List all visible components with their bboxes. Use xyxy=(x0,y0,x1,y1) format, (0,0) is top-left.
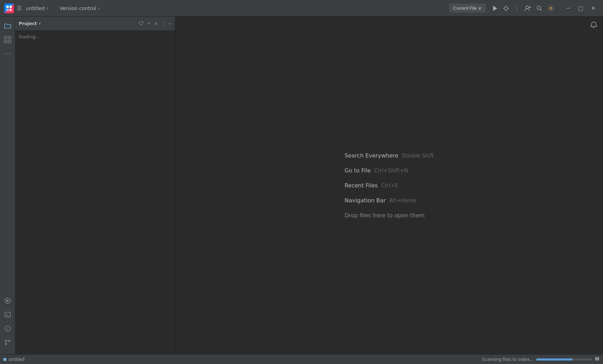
project-panel-title: Project ∨ xyxy=(19,21,41,26)
project-name[interactable]: untitled xyxy=(26,6,45,11)
editor-hint-list: Search Everywhere Double Shift Go to Fil… xyxy=(345,152,434,219)
svg-rect-16 xyxy=(5,37,7,39)
go-to-file-label[interactable]: Go to File xyxy=(345,167,371,174)
svg-rect-0 xyxy=(6,6,9,8)
version-control-section: Version control ∨ xyxy=(60,6,100,11)
hint-go-to-file: Go to File Ctrl+Shift+N xyxy=(345,167,434,174)
hamburger-icon[interactable]: ☰ xyxy=(17,5,22,11)
statusbar-indexing: Scanning files to index... xyxy=(482,356,600,362)
svg-point-29 xyxy=(5,343,7,345)
svg-marker-4 xyxy=(493,6,497,11)
indexing-progress-bar xyxy=(536,358,592,361)
sidebar-item-git[interactable] xyxy=(1,336,14,349)
search-icon[interactable] xyxy=(536,5,542,11)
project-panel: Project ∨ ✕ ⋮ ─ xyxy=(15,17,175,354)
close-button[interactable]: ✕ xyxy=(588,3,599,13)
hint-navigation-bar: Navigation Bar Alt+Home xyxy=(345,197,434,204)
svg-rect-3 xyxy=(9,9,12,11)
svg-line-14 xyxy=(540,9,542,11)
current-file-arrow: ∨ xyxy=(478,6,482,11)
statusbar-project: untitled xyxy=(3,357,24,362)
navigation-bar-shortcut: Alt+Home xyxy=(389,197,416,204)
sidebar-item-structure[interactable] xyxy=(1,33,14,46)
search-everywhere-shortcut: Double Shift xyxy=(402,153,434,159)
project-panel-content: loading... xyxy=(15,31,175,354)
project-dropdown-icon[interactable]: ∨ xyxy=(38,21,41,26)
project-dropdown-arrow[interactable]: ∨ xyxy=(46,6,48,10)
sidebar-item-problems[interactable] xyxy=(1,322,14,335)
indexing-progress-fill xyxy=(536,358,572,361)
recent-files-shortcut: Ctrl+E xyxy=(381,183,398,189)
svg-rect-19 xyxy=(8,40,11,43)
hint-search-everywhere: Search Everywhere Double Shift xyxy=(345,152,434,159)
project-title-section: untitled ∨ xyxy=(26,6,48,11)
indexing-text: Scanning files to index... xyxy=(482,357,533,362)
more-options-icon[interactable]: ⋮ xyxy=(514,5,520,11)
titlebar: ☰ untitled ∨ Version control ∨ Current F… xyxy=(0,0,603,17)
svg-rect-1 xyxy=(9,6,12,8)
project-header-icons: ✕ ⋮ ─ xyxy=(139,21,171,26)
svg-point-5 xyxy=(504,7,508,10)
navigation-bar-label[interactable]: Navigation Bar xyxy=(345,197,386,204)
maximize-button[interactable]: □ xyxy=(575,3,586,13)
project-panel-header: Project ∨ ✕ ⋮ ─ xyxy=(15,17,175,31)
settings-icon[interactable] xyxy=(547,5,554,12)
search-everywhere-label[interactable]: Search Everywhere xyxy=(345,152,399,159)
main-area: ··· xyxy=(0,17,603,354)
svg-marker-21 xyxy=(7,299,9,302)
editor-area: Search Everywhere Double Shift Go to Fil… xyxy=(175,17,603,354)
sidebar-item-services[interactable] xyxy=(1,294,14,307)
svg-rect-22 xyxy=(5,312,10,317)
sidebar: ··· xyxy=(0,17,15,354)
titlebar-action-icons: ⋮ xyxy=(492,5,554,12)
project-refresh-icon[interactable] xyxy=(139,21,144,26)
go-to-file-shortcut: Ctrl+Shift+N xyxy=(374,168,408,174)
project-close-icon[interactable]: ✕ xyxy=(154,21,158,26)
sidebar-item-terminal[interactable] xyxy=(1,308,14,321)
current-file-button[interactable]: Current File ∨ xyxy=(449,4,485,13)
statusbar-project-dot xyxy=(3,358,6,361)
version-control-label[interactable]: Version control xyxy=(60,6,96,11)
svg-point-15 xyxy=(550,7,552,9)
hint-recent-files: Recent Files Ctrl+E xyxy=(345,182,434,189)
hint-drop-files: Drop files here to open them xyxy=(345,212,434,219)
current-file-label: Current File xyxy=(453,6,477,11)
sidebar-more-button[interactable]: ··· xyxy=(1,47,14,60)
svg-point-10 xyxy=(526,6,529,9)
version-control-arrow[interactable]: ∨ xyxy=(97,6,100,10)
debug-icon[interactable] xyxy=(503,5,509,11)
svg-rect-18 xyxy=(5,40,7,43)
add-user-icon[interactable] xyxy=(524,5,531,11)
project-label: Project xyxy=(19,21,37,26)
svg-rect-2 xyxy=(6,9,9,11)
project-loading-text: loading... xyxy=(19,34,40,39)
svg-rect-31 xyxy=(595,357,597,361)
app-logo xyxy=(4,3,14,13)
minimize-button[interactable]: ─ xyxy=(563,3,574,13)
svg-rect-17 xyxy=(8,37,11,39)
sidebar-item-project[interactable] xyxy=(1,19,14,32)
indexing-pause-button[interactable] xyxy=(595,356,600,362)
statusbar: untitled Scanning files to index... xyxy=(0,354,603,364)
sidebar-bottom-icons xyxy=(1,294,14,351)
notification-bell[interactable] xyxy=(590,21,597,30)
svg-point-27 xyxy=(5,340,7,341)
project-minimize-icon[interactable]: ─ xyxy=(169,21,171,26)
statusbar-project-name[interactable]: untitled xyxy=(8,357,24,362)
recent-files-label[interactable]: Recent Files xyxy=(345,182,378,189)
project-more-icon[interactable]: ⋮ xyxy=(161,21,166,26)
project-collapse-icon[interactable] xyxy=(146,21,151,26)
run-icon[interactable] xyxy=(492,5,498,11)
window-controls: ─ □ ✕ xyxy=(563,3,599,13)
drop-files-label: Drop files here to open them xyxy=(345,212,425,219)
svg-rect-32 xyxy=(597,357,599,361)
